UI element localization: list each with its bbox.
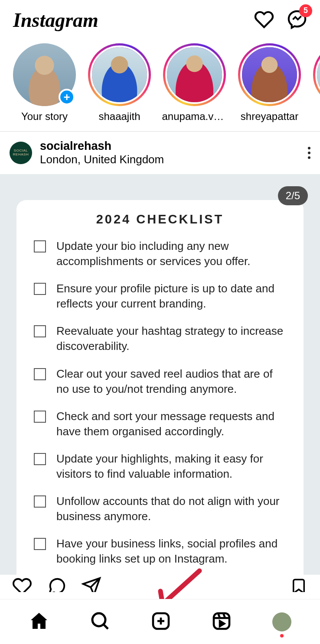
checklist-item: Ensure your profile picture is up to dat… xyxy=(34,281,286,311)
checklist-text: Reevaluate your hashtag strategy to incr… xyxy=(56,324,286,354)
checklist-item: Check and sort your message requests and… xyxy=(34,409,286,439)
post-more-button[interactable] xyxy=(308,147,310,159)
story-ring xyxy=(163,43,226,106)
post-author-avatar[interactable]: SOCIAL REHASH xyxy=(10,142,32,164)
story-avatar xyxy=(315,45,320,104)
checklist-text: Update your highlights, making it easy f… xyxy=(56,451,286,482)
header-actions: 5 xyxy=(254,10,307,31)
checklist-item: Update your bio including any new accomp… xyxy=(34,239,286,269)
story-ring xyxy=(313,43,320,106)
bottom-nav xyxy=(0,599,320,644)
heart-icon xyxy=(254,10,274,29)
checkbox-icon xyxy=(34,325,46,337)
story-label: shaaajith xyxy=(98,110,140,123)
checklist-item: Unfollow accounts that do not align with… xyxy=(34,494,286,524)
checkbox-icon xyxy=(34,240,46,252)
stories-tray[interactable]: +Your storyshaaajithanupama.vrik…shreyap… xyxy=(0,38,320,132)
messenger-button[interactable]: 5 xyxy=(287,10,307,31)
bookmark-icon[interactable] xyxy=(290,577,308,592)
checkbox-icon xyxy=(34,368,46,380)
story-item[interactable]: anupama.vrik… xyxy=(163,43,226,123)
like-icon[interactable] xyxy=(12,576,32,592)
checklist-item: Update your highlights, making it easy f… xyxy=(34,451,286,482)
checklist-title: 2024 CHECKLIST xyxy=(34,212,286,227)
post-actions xyxy=(0,575,320,592)
nav-search[interactable] xyxy=(90,611,111,633)
story-ring: + xyxy=(13,43,76,106)
checkbox-icon xyxy=(34,453,46,465)
checklist-item: Reevaluate your hashtag strategy to incr… xyxy=(34,324,286,354)
activity-button[interactable] xyxy=(254,10,274,31)
story-item[interactable]: s xyxy=(313,43,320,123)
post-username: socialrehash xyxy=(40,139,300,153)
checklist-text: Ensure your profile picture is up to dat… xyxy=(56,281,286,311)
story-label: Your story xyxy=(21,110,68,123)
post-location: London, United Kingdom xyxy=(40,153,300,166)
home-icon xyxy=(29,611,49,631)
carousel-indicator: 2/5 xyxy=(278,186,308,205)
checklist-card: 2024 CHECKLIST Update your bio including… xyxy=(16,200,304,584)
checklist-text: Clear out your saved reel audios that ar… xyxy=(56,366,286,397)
plus-square-icon xyxy=(150,611,171,631)
post-author-meta[interactable]: socialrehash London, United Kingdom xyxy=(40,139,300,166)
checkbox-icon xyxy=(34,495,46,508)
add-story-icon: + xyxy=(59,89,75,105)
checklist-text: Update your bio including any new accomp… xyxy=(56,239,286,269)
reels-icon xyxy=(211,611,232,631)
checkbox-icon xyxy=(34,411,46,423)
story-label: shreyapattar xyxy=(241,110,298,123)
instagram-logo[interactable]: Instagram xyxy=(13,9,98,32)
checklist-text: Have your business links, social profile… xyxy=(56,536,286,566)
messenger-badge: 5 xyxy=(299,4,312,17)
story-item[interactable]: shaaajith xyxy=(88,43,151,123)
story-avatar xyxy=(90,45,149,104)
story-item[interactable]: shreyapattar xyxy=(238,43,301,123)
checkbox-icon xyxy=(34,538,46,550)
checklist-item: Clear out your saved reel audios that ar… xyxy=(34,366,286,397)
nav-profile[interactable] xyxy=(272,612,291,631)
nav-home[interactable] xyxy=(29,611,49,633)
nav-create[interactable] xyxy=(150,611,171,633)
story-avatar xyxy=(240,45,299,104)
story-avatar xyxy=(165,45,224,104)
post-media[interactable]: 2/5 2024 CHECKLIST Update your bio inclu… xyxy=(0,174,320,575)
app-header: Instagram 5 xyxy=(0,0,320,38)
nav-reels[interactable] xyxy=(211,611,232,633)
checklist-item: Have your business links, social profile… xyxy=(34,536,286,566)
search-icon xyxy=(90,611,111,631)
story-ring xyxy=(88,43,151,106)
story-ring xyxy=(238,43,301,106)
share-icon[interactable] xyxy=(82,576,101,592)
checklist-text: Unfollow accounts that do not align with… xyxy=(56,494,286,524)
comment-icon[interactable] xyxy=(47,576,67,592)
svg-point-0 xyxy=(92,613,105,626)
profile-avatar-icon xyxy=(272,612,291,631)
post-header: SOCIAL REHASH socialrehash London, Unite… xyxy=(0,132,320,174)
checkbox-icon xyxy=(34,283,46,295)
svg-line-1 xyxy=(104,625,108,629)
story-item[interactable]: +Your story xyxy=(13,43,76,123)
checklist-items: Update your bio including any new accomp… xyxy=(34,239,286,567)
checklist-text: Check and sort your message requests and… xyxy=(56,409,286,439)
story-label: anupama.vrik… xyxy=(162,110,227,123)
